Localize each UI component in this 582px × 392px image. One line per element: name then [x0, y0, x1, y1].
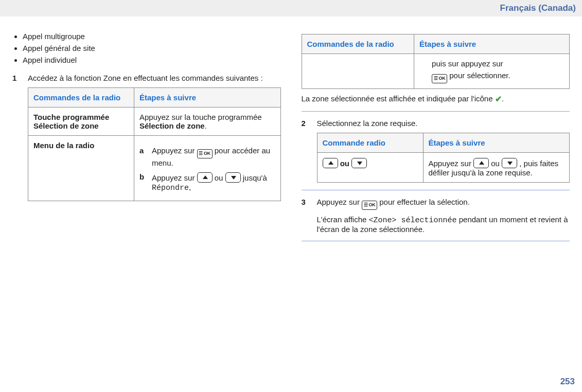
- text: Appuyez sur la touche programmée: [139, 113, 262, 121]
- table-header: Étapes à suivre: [134, 88, 281, 108]
- zone-selected-note: La zone sélectionnée est affichée et ind…: [302, 94, 570, 104]
- table-header: Commande radio: [317, 133, 423, 153]
- text: puis sur appuyez sur: [432, 59, 564, 68]
- table-cell: puis sur appuyez sur ☰ OK pour sélection…: [414, 54, 570, 89]
- divider: [302, 190, 570, 190]
- text: Appuyez sur: [317, 198, 362, 206]
- text: pour sélectionner.: [449, 71, 510, 80]
- text: ou: [491, 159, 502, 168]
- table-header: Commandes de la radio: [28, 88, 134, 108]
- table-header: Étapes à suivre: [423, 133, 570, 153]
- substep-letter: b: [139, 172, 147, 192]
- call-type-list: Appel multigroupe Appel général de site …: [23, 32, 281, 64]
- arrow-up-icon: [473, 158, 489, 168]
- list-item: Appel multigroupe: [23, 32, 281, 41]
- step-3-line-1: Appuyez sur ☰ OK pour effectuer la sélec…: [317, 198, 570, 210]
- mono-text: <Zone> sélectionnée: [369, 216, 457, 225]
- substep-a-text: Appuyez sur ☰ OK pour accéder au menu.: [152, 146, 275, 167]
- step-1-text: Accédez à la fonction Zone en effectuant…: [28, 74, 281, 82]
- ok-button-icon: ☰ OK: [432, 74, 447, 83]
- step-3-line-2: L'écran affiche <Zone> sélectionnée pend…: [317, 215, 570, 234]
- step-2: 2 Sélectionnez la zone requise. Commande…: [302, 119, 570, 183]
- commands-table-2: Commande radio Étapes à suivre ou Appuye…: [317, 133, 570, 183]
- table-cell: Appuyez sur la touche programmée Sélecti…: [134, 108, 281, 136]
- text: .: [502, 94, 504, 103]
- ok-button-icon: ☰ OK: [362, 201, 377, 210]
- checkmark-icon: ✔: [495, 94, 502, 104]
- divider: [302, 241, 570, 241]
- mono-text: Répondre: [152, 184, 189, 192]
- text: ou: [215, 173, 225, 182]
- arrow-down-icon: [351, 158, 367, 168]
- right-column: Commandes de la radio Étapes à suivre pu…: [302, 29, 570, 248]
- table-cell: Touche programmée Sélection de zone: [28, 108, 134, 136]
- table-cell: Menu de la radio: [28, 136, 134, 201]
- step-1: 1 Accédez à la fonction Zone en effectua…: [12, 74, 281, 201]
- text-bold: Sélection de zone: [139, 121, 205, 130]
- page-number: 253: [560, 377, 575, 387]
- text: jusqu'à: [243, 173, 267, 182]
- text: Appuyez sur: [152, 146, 197, 155]
- text: L'écran affiche: [317, 215, 369, 224]
- text: ,: [189, 183, 191, 191]
- text: .: [205, 121, 207, 130]
- text: pour effectuer la sélection.: [379, 198, 470, 206]
- table-cell: Appuyez sur ou , puis faites défiler jus…: [423, 153, 570, 183]
- step-number: 1: [12, 74, 20, 201]
- table-header: Étapes à suivre: [414, 34, 570, 54]
- arrow-down-icon: [502, 158, 517, 168]
- left-column: Appel multigroupe Appel général de site …: [12, 29, 281, 248]
- text: Appuyez sur: [152, 173, 197, 182]
- step-3: 3 Appuyez sur ☰ OK pour effectuer la sél…: [302, 198, 570, 234]
- arrow-up-icon: [197, 172, 213, 183]
- table-cell: ou: [317, 153, 423, 183]
- list-item: Appel individuel: [23, 56, 281, 64]
- text-bold: ou: [340, 159, 352, 168]
- commands-table-1: Commandes de la radio Étapes à suivre To…: [28, 87, 281, 201]
- arrow-up-icon: [323, 158, 338, 168]
- table-cell: a Appuyez sur ☰ OK pour accéder au menu.…: [134, 136, 281, 201]
- table-header: Commandes de la radio: [302, 34, 414, 54]
- ok-button-icon: ☰ OK: [197, 149, 213, 158]
- text: Appuyez sur: [429, 159, 474, 168]
- divider: [302, 111, 570, 112]
- arrow-down-icon: [225, 172, 241, 183]
- text: La zone sélectionnée est affichée et ind…: [302, 94, 495, 103]
- commands-table-1-cont: Commandes de la radio Étapes à suivre pu…: [302, 34, 570, 89]
- substep-letter: a: [139, 146, 147, 167]
- substep-b-text: Appuyez sur ou jusqu'à Répondre,: [152, 172, 275, 192]
- step-2-text: Sélectionnez la zone requise.: [317, 119, 570, 128]
- page-header-language: Français (Canada): [0, 0, 582, 16]
- list-item: Appel général de site: [23, 44, 281, 52]
- step-number: 3: [302, 198, 309, 234]
- step-number: 2: [302, 119, 309, 183]
- table-cell-empty: [302, 54, 414, 89]
